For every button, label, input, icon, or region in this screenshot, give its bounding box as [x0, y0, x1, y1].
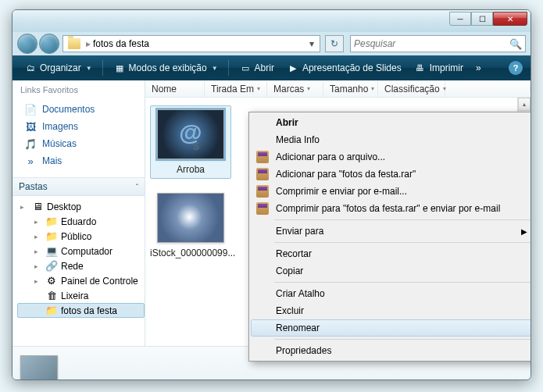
column-dropdown-icon[interactable]: ▾ — [371, 85, 374, 92]
slideshow-icon: ▶ — [287, 62, 299, 73]
context-menu-item[interactable]: Adicionar para "fotos da festa.rar" — [251, 166, 531, 183]
breadcrumb-current[interactable]: fotos da festa — [93, 38, 149, 49]
print-label: Imprimir — [430, 62, 463, 73]
maximize-button[interactable]: ☐ — [471, 12, 493, 26]
context-menu-item[interactable]: Enviar para▶ — [251, 223, 531, 240]
folders-header-label: Pastas — [19, 181, 48, 192]
column-label: Classificação — [384, 84, 440, 94]
address-history-dropdown[interactable]: ▾ — [305, 38, 318, 49]
column-header[interactable]: Tamanho▾ — [323, 81, 378, 97]
tree-node-icon: 🔗 — [45, 260, 59, 272]
context-menu-item[interactable]: Adicionar para o arquivo... — [251, 148, 531, 166]
tree-item[interactable]: ▸📁Eduardo — [17, 214, 145, 229]
favorite-icon: 🎵 — [23, 137, 38, 150]
tree-item[interactable]: 🗑Lixeira — [17, 288, 145, 303]
favorite-link[interactable]: 🎵Músicas — [20, 135, 138, 152]
favorite-label: Músicas — [42, 138, 77, 149]
expand-icon[interactable]: ▸ — [34, 233, 42, 241]
context-menu-item[interactable]: Propriedades — [251, 342, 531, 359]
folder-icon — [68, 38, 80, 49]
search-box[interactable]: 🔍 — [350, 35, 526, 52]
favorite-link[interactable]: 🖼Imagens — [20, 118, 138, 135]
column-label: Nome — [152, 84, 177, 94]
back-button[interactable] — [17, 34, 38, 54]
open-button[interactable]: ▭ Abrir — [235, 60, 278, 76]
tree-node-icon: 📁 — [45, 305, 59, 316]
address-bar[interactable]: ▸ fotos da festa ▾ — [63, 35, 320, 52]
column-header[interactable]: Tirada Em▾ — [205, 81, 267, 97]
rar-icon — [255, 151, 270, 163]
context-menu-item[interactable]: Media Info — [251, 131, 531, 148]
context-menu-label: Renomear — [276, 323, 320, 333]
context-menu-item[interactable]: Criar Atalho — [251, 285, 531, 302]
menu-separator — [274, 219, 531, 220]
context-menu-label: Enviar para — [276, 226, 323, 237]
tree-item[interactable]: ▸💻Computador — [17, 244, 145, 258]
folders-header[interactable]: Pastas ˆ — [13, 178, 145, 196]
context-menu-item[interactable]: Copiar — [251, 262, 531, 280]
tree-item[interactable]: ▸🔗Rede — [17, 258, 145, 273]
menu-separator — [274, 282, 531, 283]
rar-icon — [255, 185, 270, 198]
slideshow-button[interactable]: ▶ Apresentação de Slides — [283, 60, 405, 76]
column-header[interactable]: Marcas▾ — [267, 81, 323, 97]
chevron-down-icon: ▼ — [86, 65, 92, 72]
titlebar: ─ ☐ ✕ — [13, 10, 530, 32]
chevron-down-icon: ▼ — [212, 65, 218, 72]
overflow-label: » — [476, 62, 481, 73]
context-menu-item[interactable]: Renomear — [251, 319, 531, 337]
minimize-button[interactable]: ─ — [449, 12, 471, 26]
column-label: Tamanho — [330, 84, 368, 94]
scroll-up-icon[interactable]: ▴ — [518, 98, 530, 111]
column-header[interactable]: Classificação▾ — [378, 81, 445, 97]
favorite-icon: 📄 — [23, 103, 38, 116]
context-menu-label: Comprimir para "fotos da festa.rar" e en… — [276, 203, 500, 214]
context-menu-label: Abrir — [276, 117, 298, 128]
file-thumbnail[interactable]: Arroba — [150, 105, 231, 179]
column-headers: NomeTirada Em▾Marcas▾Tamanho▾Classificaç… — [145, 80, 530, 98]
forward-button[interactable] — [39, 34, 59, 54]
favorite-link[interactable]: »Mais — [20, 152, 138, 169]
thumbnail-label: iStock_000000099... — [150, 248, 231, 258]
thumbnail-label: Arroba — [154, 164, 227, 175]
organize-menu[interactable]: 🗂 Organizar ▼ — [20, 60, 96, 76]
expand-icon[interactable]: ▸ — [20, 203, 28, 211]
menu-separator — [274, 339, 531, 340]
expand-icon[interactable]: ▸ — [34, 262, 42, 270]
tree-node-icon: ⚙ — [45, 275, 59, 287]
expand-icon[interactable]: ▸ — [34, 277, 42, 285]
column-dropdown-icon[interactable]: ▾ — [257, 85, 260, 92]
context-menu-label: Excluir — [276, 305, 304, 316]
refresh-button[interactable]: ↻ — [325, 35, 344, 52]
tree-item[interactable]: 📁fotos da festa — [17, 303, 145, 318]
file-thumbnail[interactable]: iStock_000000099... — [150, 193, 231, 258]
tree-node-label: Eduardo — [61, 216, 96, 227]
expand-icon[interactable]: ▸ — [34, 218, 42, 226]
favorite-link[interactable]: 📄Documentos — [20, 101, 138, 118]
search-input[interactable] — [354, 38, 506, 49]
command-bar: 🗂 Organizar ▼ ▦ Modos de exibição ▼ ▭ Ab… — [13, 55, 530, 80]
context-menu-item[interactable]: Comprimir e enviar por e-mail... — [251, 183, 531, 200]
search-icon: 🔍 — [509, 38, 522, 50]
context-menu-label: Adicionar para "fotos da festa.rar" — [276, 169, 416, 180]
favorites-header: Links Favoritos — [20, 85, 138, 94]
favorite-label: Mais — [42, 155, 62, 166]
toolbar-overflow[interactable]: » — [472, 60, 485, 76]
tree-item[interactable]: ▸🖥Desktop — [17, 199, 145, 214]
context-menu-item[interactable]: Recortar — [251, 245, 531, 262]
context-menu-item[interactable]: Excluir — [251, 302, 531, 319]
favorite-label: Documentos — [42, 104, 95, 115]
context-menu-item[interactable]: Comprimir para "fotos da festa.rar" e en… — [251, 200, 531, 217]
context-menu-item[interactable]: Abrir — [251, 114, 531, 131]
column-dropdown-icon[interactable]: ▾ — [307, 85, 310, 92]
column-header[interactable]: Nome — [145, 81, 205, 97]
help-button[interactable]: ? — [509, 61, 523, 75]
close-button[interactable]: ✕ — [493, 12, 527, 26]
tree-item[interactable]: ▸⚙Painel de Controle — [17, 273, 145, 288]
print-button[interactable]: 🖶 Imprimir — [410, 60, 467, 76]
views-menu[interactable]: ▦ Modos de exibição ▼ — [109, 60, 222, 76]
submenu-arrow-icon: ▶ — [521, 227, 527, 236]
tree-item[interactable]: ▸📁Público — [17, 229, 145, 244]
tree-node-icon: 🗑 — [45, 290, 59, 301]
expand-icon[interactable]: ▸ — [34, 248, 42, 255]
